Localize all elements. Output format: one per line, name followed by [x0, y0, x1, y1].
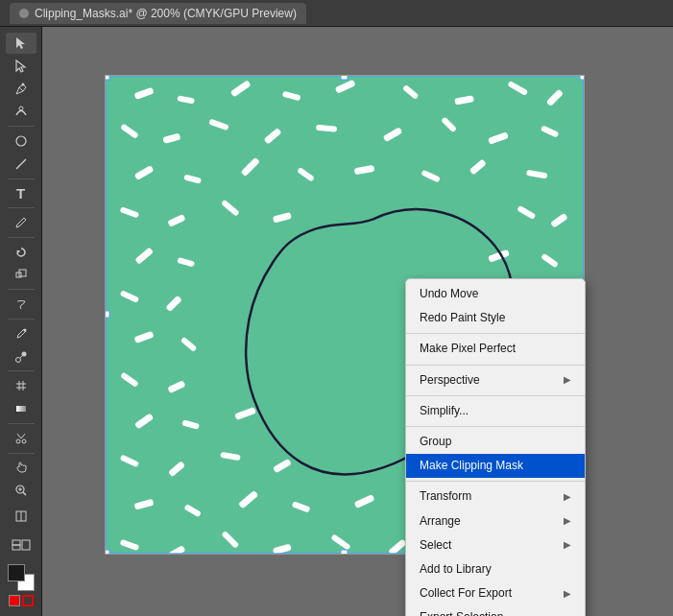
menu-item-redo-paint-style[interactable]: Redo Paint Style: [406, 306, 585, 330]
svg-rect-110: [106, 311, 109, 318]
menu-separator-3: [406, 395, 585, 396]
foreground-color-swatch[interactable]: [8, 564, 25, 581]
menu-item-add-to-library[interactable]: Add to Library: [406, 557, 585, 581]
eyedropper-tool[interactable]: [6, 323, 36, 344]
svg-rect-107: [106, 76, 109, 80]
svg-line-9: [20, 356, 22, 358]
svg-rect-69: [180, 337, 198, 352]
svg-rect-84: [273, 459, 292, 473]
tab-close-button[interactable]: ×: [19, 9, 29, 18]
menu-item-perspective[interactable]: Perspective ▶: [406, 368, 585, 392]
toolbar-bottom: [6, 503, 36, 610]
toolbar-separator-1: [8, 126, 35, 127]
svg-rect-35: [507, 81, 528, 96]
pen-tool[interactable]: [6, 79, 36, 100]
svg-point-2: [16, 136, 26, 146]
svg-line-18: [21, 434, 25, 438]
menu-item-export-selection[interactable]: Export Selection...: [406, 605, 585, 616]
svg-rect-60: [134, 248, 154, 265]
svg-rect-48: [241, 157, 260, 177]
svg-rect-92: [354, 494, 375, 509]
menu-item-simplify[interactable]: Simplify...: [406, 399, 585, 423]
select-tool[interactable]: [6, 33, 36, 54]
fill-stroke-icons: [9, 595, 34, 606]
svg-rect-89: [183, 504, 202, 517]
hand-tool[interactable]: [6, 457, 36, 478]
svg-rect-51: [421, 170, 441, 183]
stroke-color-indicator[interactable]: [22, 595, 34, 606]
svg-rect-37: [120, 124, 139, 139]
svg-point-7: [15, 357, 20, 362]
svg-rect-57: [273, 212, 292, 224]
svg-rect-47: [183, 174, 202, 183]
svg-rect-81: [120, 454, 140, 467]
toolbar-separator-9: [8, 453, 35, 454]
type-tool[interactable]: T: [6, 183, 36, 204]
scale-tool[interactable]: [6, 265, 36, 286]
context-menu: Undo Move Redo Paint Style Make Pixel Pe…: [405, 278, 586, 616]
svg-rect-40: [264, 128, 282, 145]
svg-rect-28: [133, 87, 154, 100]
blend-tool[interactable]: [6, 346, 36, 367]
tab-title: Clipping_Masks.ai* @ 200% (CMYK/GPU Prev…: [35, 7, 297, 20]
zoom-tool[interactable]: [6, 480, 36, 501]
mesh-tool[interactable]: [6, 375, 36, 396]
canvas-area[interactable]: Undo Move Redo Paint Style Make Pixel Pe…: [42, 27, 673, 616]
menu-item-make-clipping-mask[interactable]: Make Clipping Mask: [406, 454, 585, 478]
svg-rect-88: [133, 499, 154, 510]
svg-rect-109: [580, 76, 584, 80]
menu-separator-2: [406, 365, 585, 366]
paintbrush-tool[interactable]: [6, 212, 36, 233]
title-bar: × Clipping_Masks.ai* @ 200% (CMYK/GPU Pr…: [0, 0, 673, 27]
svg-rect-73: [167, 380, 185, 393]
menu-item-arrange[interactable]: Arrange ▶: [406, 509, 585, 533]
warp-tool[interactable]: [6, 294, 36, 315]
svg-rect-98: [167, 545, 185, 554]
menu-item-undo-move[interactable]: Undo Move: [406, 282, 585, 306]
svg-rect-43: [441, 116, 457, 132]
menu-item-group[interactable]: Group: [406, 430, 585, 454]
toolbar-separator-2: [8, 178, 35, 179]
toolbar-separator-3: [8, 207, 35, 208]
menu-item-select[interactable]: Select ▶: [406, 533, 585, 557]
svg-rect-32: [335, 80, 356, 94]
svg-rect-42: [383, 127, 403, 142]
svg-rect-65: [165, 296, 182, 313]
svg-rect-90: [238, 490, 258, 509]
unknown-tool-1[interactable]: [6, 503, 36, 530]
svg-rect-27: [22, 540, 30, 550]
direct-select-tool[interactable]: [6, 56, 36, 77]
document-tab[interactable]: × Clipping_Masks.ai* @ 200% (CMYK/GPU Pr…: [10, 3, 306, 24]
menu-separator-5: [406, 481, 585, 482]
svg-rect-77: [181, 419, 200, 429]
ellipse-tool[interactable]: [6, 130, 36, 152]
select-arrow-icon: ▶: [564, 537, 571, 553]
svg-rect-108: [341, 76, 348, 80]
svg-rect-76: [134, 413, 154, 429]
svg-rect-91: [292, 501, 311, 512]
svg-rect-54: [120, 206, 140, 218]
toolbar-separator-6: [8, 319, 35, 320]
svg-rect-55: [167, 214, 185, 227]
svg-rect-50: [354, 165, 375, 175]
transform-arrow-icon: ▶: [564, 489, 571, 505]
svg-rect-58: [517, 205, 536, 220]
unknown-tool-2[interactable]: [6, 532, 36, 558]
svg-rect-30: [230, 80, 252, 97]
gradient-tool[interactable]: [6, 398, 36, 419]
svg-rect-29: [177, 95, 195, 104]
line-tool[interactable]: [6, 154, 36, 175]
svg-point-1: [19, 107, 23, 110]
scissors-tool[interactable]: [6, 428, 36, 449]
svg-rect-68: [133, 331, 154, 344]
svg-rect-31: [282, 91, 301, 102]
menu-item-make-pixel-perfect[interactable]: Make Pixel Perfect: [406, 337, 585, 361]
svg-rect-39: [208, 119, 229, 131]
svg-rect-101: [330, 533, 350, 550]
curvature-tool[interactable]: [6, 101, 36, 122]
rotate-tool[interactable]: [6, 242, 36, 263]
fill-color-indicator[interactable]: [9, 595, 20, 606]
menu-item-transform[interactable]: Transform ▶: [406, 485, 585, 509]
menu-item-collect-for-export[interactable]: Collect For Export ▶: [406, 581, 585, 605]
svg-point-16: [22, 439, 26, 443]
